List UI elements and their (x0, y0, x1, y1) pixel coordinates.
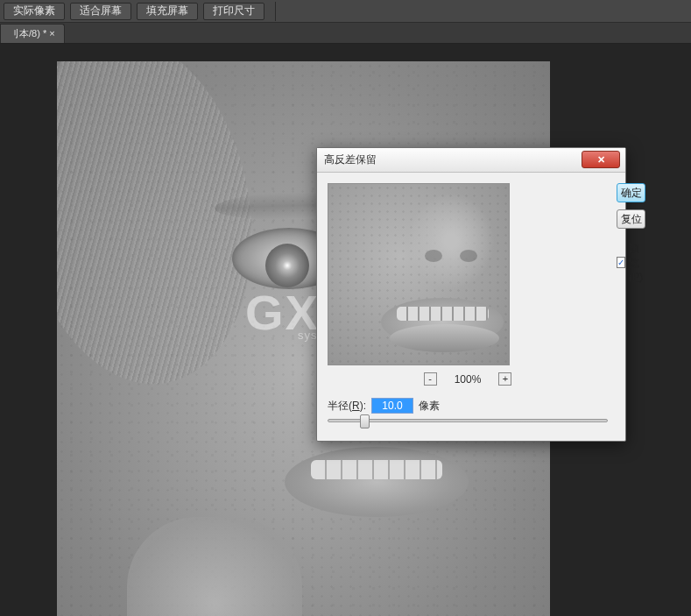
minus-icon: - (428, 374, 432, 384)
fit-screen-button[interactable]: 适合屏幕 (70, 3, 131, 20)
preview-column: - 100% + 半径(R): 像素 (328, 183, 608, 422)
preview-lip (390, 324, 499, 352)
dialog-title: 高反差保留 (324, 152, 377, 167)
radius-label: 半径(R): (328, 399, 366, 414)
dialog-button-column: 确定 复位 ✓ 预览(P) (617, 183, 645, 422)
radius-label-suf: ): (360, 400, 366, 412)
zoom-level: 100% (455, 373, 482, 386)
preview-nostril-l (425, 250, 442, 262)
preview-teeth (397, 307, 489, 321)
radius-row: 半径(R): 像素 (328, 398, 608, 414)
preview-label-suf: ) (639, 271, 643, 283)
radius-slider[interactable] (328, 419, 608, 422)
image-detail-teeth (311, 460, 442, 479)
zoom-in-button[interactable]: + (498, 372, 511, 386)
preview-label: 预览(P) (629, 241, 645, 283)
radius-slider-thumb[interactable] (360, 414, 370, 428)
preview-checkbox-row[interactable]: ✓ 预览(P) (617, 241, 645, 283)
print-size-button[interactable]: 打印尺寸 (203, 3, 264, 20)
zoom-controls: - 100% + (328, 372, 608, 386)
close-button[interactable] (582, 151, 620, 168)
image-detail-hand (127, 517, 302, 616)
radius-hotkey: R (352, 400, 360, 412)
zoom-out-button[interactable]: - (424, 372, 437, 386)
preview-hotkey: P (632, 271, 639, 283)
radius-input[interactable] (371, 398, 413, 414)
image-detail-mouth (285, 447, 469, 517)
dialog-titlebar[interactable]: 高反差保留 (317, 148, 625, 173)
dialog-body: - 100% + 半径(R): 像素 确定 复位 ✓ (317, 173, 625, 433)
radius-label-pre: 半径( (328, 400, 352, 412)
document-tab[interactable]: 刂本/8) * × (0, 24, 65, 43)
preview-checkbox[interactable]: ✓ (617, 257, 625, 268)
radius-unit: 像素 (419, 399, 440, 414)
toolbar-separator (275, 2, 276, 21)
fill-screen-button[interactable]: 填充屏幕 (137, 3, 198, 20)
preview-nostril-r (460, 250, 477, 262)
reset-button[interactable]: 复位 (617, 209, 645, 229)
view-toolbar: 实际像素 适合屏幕 填充屏幕 打印尺寸 (0, 0, 691, 23)
high-pass-dialog: 高反差保留 - 100% + (316, 147, 626, 442)
actual-pixels-button[interactable]: 实际像素 (4, 3, 65, 20)
document-tabbar: 刂本/8) * × (0, 23, 691, 44)
plus-icon: + (503, 374, 508, 384)
ok-button[interactable]: 确定 (617, 183, 645, 202)
filter-preview[interactable] (328, 183, 510, 365)
preview-nose (407, 193, 495, 289)
